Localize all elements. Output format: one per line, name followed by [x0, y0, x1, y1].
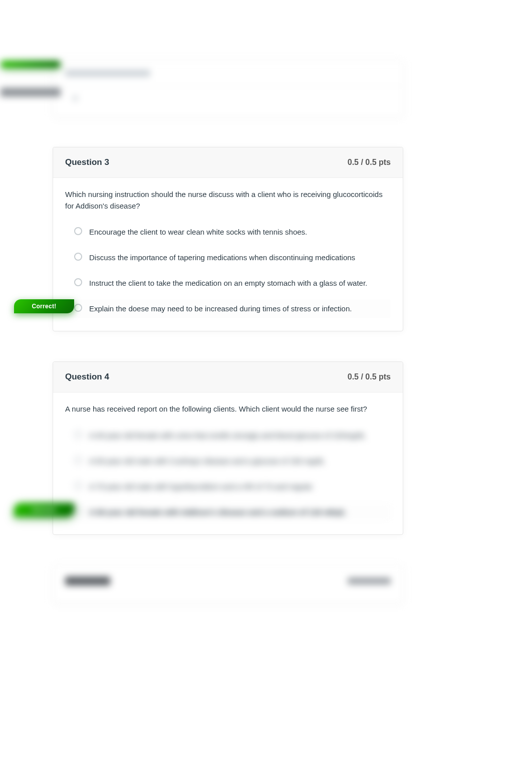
radio-icon [74, 304, 82, 312]
answer-option: A 40-year old female with urine that sme… [68, 426, 391, 445]
answer-option[interactable]: Discuss the importance of tapering medic… [68, 248, 391, 267]
question-points: 0.5 / 0.5 pts [348, 372, 391, 381]
question-header: Question 4 0.5 / 0.5 pts [53, 362, 403, 393]
blur-placeholder-text [65, 70, 150, 77]
answer-text: A 40-year old female with urine that sme… [89, 430, 366, 441]
question-card-3: Question 3 0.5 / 0.5 pts Which nursing i… [53, 147, 403, 331]
question-points: 0.5 / 0.5 pts [348, 158, 391, 167]
answer-text: Encourage the client to wear clean white… [89, 227, 307, 237]
radio-icon [74, 253, 82, 261]
question-text: Which nursing instruction should the nur… [65, 189, 391, 212]
radio-placeholder-icon [72, 95, 78, 101]
question-label: Question 3 [65, 157, 109, 167]
radio-icon [74, 507, 82, 515]
answer-option[interactable]: Encourage the client to wear clean white… [68, 223, 391, 241]
answer-text: Instruct the client to take the medicati… [89, 278, 367, 288]
answer-text: Discuss the importance of tapering medic… [89, 252, 355, 263]
radio-icon [74, 456, 82, 464]
question-label-blur [65, 576, 110, 586]
answers-list: Encourage the client to wear clean white… [65, 223, 391, 318]
answer-tag-partial [1, 88, 61, 97]
question-header: Question 3 0.5 / 0.5 pts [53, 147, 403, 178]
answer-option-correct: Correct! A 60-year old female with Addis… [68, 503, 391, 521]
answer-option[interactable]: Instruct the client to take the medicati… [68, 274, 391, 292]
radio-icon [74, 431, 82, 439]
correct-tag: Correct! [14, 299, 74, 313]
answer-option-correct[interactable]: Correct! Explain the doese may need to b… [68, 299, 391, 318]
correct-tag-partial [1, 61, 61, 68]
divider [53, 86, 403, 86]
question-label: Question 4 [65, 372, 109, 382]
partial-next-question [0, 565, 532, 603]
radio-icon [74, 227, 82, 235]
question-points-blur [348, 578, 391, 585]
radio-icon [74, 482, 82, 490]
partial-previous-question [0, 0, 532, 117]
question-body: Which nursing instruction should the nur… [53, 178, 403, 331]
question-card-4: Question 4 0.5 / 0.5 pts A nurse has rec… [53, 361, 403, 535]
radio-icon [74, 278, 82, 286]
answer-text: A 50-year old male with Cushing's diseas… [89, 456, 325, 466]
answer-option: A 50-year old male with Cushing's diseas… [68, 452, 391, 470]
question-card-previous [53, 60, 403, 117]
question-body: A nurse has received report on the follo… [53, 393, 403, 534]
question-card-5-header [53, 565, 403, 603]
answers-list-blurred: A 40-year old female with urine that sme… [65, 426, 391, 521]
question-text: A nurse has received report on the follo… [65, 404, 391, 415]
answer-text: A 70-year old male with hypothyroidism a… [89, 481, 313, 492]
answer-text: A 60-year old female with Addison's dise… [89, 507, 346, 517]
correct-tag: Correct! [14, 503, 74, 517]
answer-option: A 70-year old male with hypothyroidism a… [68, 477, 391, 496]
answer-text: Explain the doese may need to be increas… [89, 303, 352, 314]
